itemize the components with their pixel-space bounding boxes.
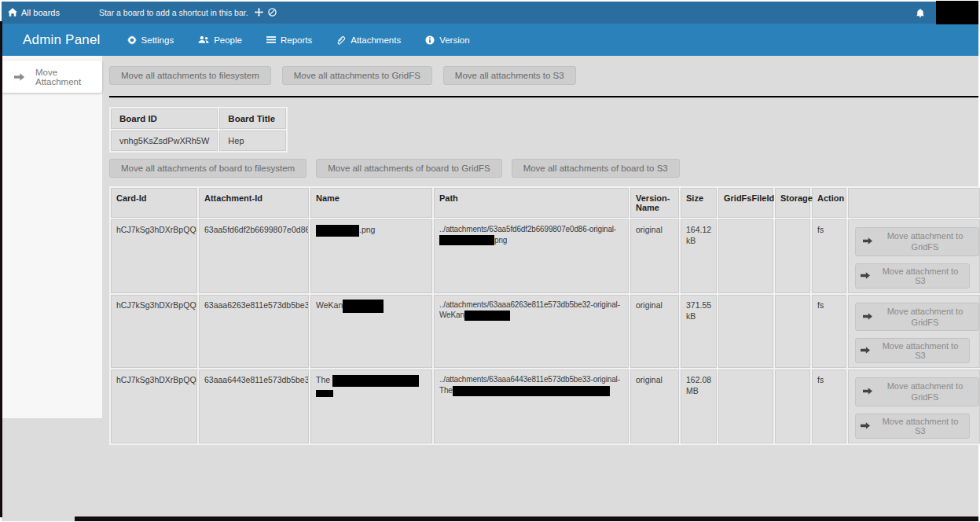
col-buttons — [848, 188, 980, 218]
storage-cell — [775, 295, 810, 369]
arrow-right-icon — [863, 236, 872, 247]
redacted-user-avatar[interactable] — [936, 1, 978, 24]
redacted-box — [343, 300, 384, 313]
move-attachment-to-s3-button[interactable]: Move attachment to S3 — [855, 338, 970, 363]
all-boards-link[interactable]: All boards — [2, 8, 66, 18]
gridfsfileid-cell — [718, 369, 773, 443]
col-attachment-id: Attachment-Id — [199, 188, 309, 218]
gridfsfileid-cell — [718, 295, 773, 369]
arrow-right-icon — [861, 421, 870, 431]
gear-icon — [127, 35, 137, 45]
tab-version[interactable]: Version — [425, 35, 469, 45]
redacted-box — [439, 235, 494, 245]
board-id-cell: vnhg5KsZsdPwXRh5W — [111, 130, 218, 151]
attachment-id-cell: 63aaa6263e811e573db5be32 — [199, 295, 309, 369]
notifications-bell-icon[interactable] — [916, 8, 925, 18]
col-storage: Storage — [775, 188, 810, 218]
attachments-header-row: Card-Id Attachment-Id Name Path Version-… — [111, 188, 980, 218]
col-card-id: Card-Id — [111, 188, 197, 218]
horizontal-scrollbar[interactable] — [75, 516, 978, 521]
move-attachment-to-s3-button[interactable]: Move attachment to S3 — [855, 263, 970, 289]
row-buttons-cell: Move attachment to GridFS Move attachmen… — [848, 295, 980, 369]
redacted-box — [332, 375, 419, 387]
row-buttons-cell: Move attachment to GridFS Move attachmen… — [848, 219, 980, 293]
admin-tabs: Settings People Reports Attachments — [127, 35, 494, 45]
admin-panel-bar: Admin Panel Settings People Reports — [2, 24, 978, 56]
move-board-to-filesystem-button[interactable]: Move all attachments of board to filesys… — [109, 159, 306, 178]
card-id-cell: hCJ7kSg3hDXrBpQQa — [111, 219, 197, 293]
path-cell: ../attachments/63aaa6263e811e573db5be32-… — [434, 295, 629, 369]
app-frame: All boards Star a board to add a shortcu… — [2, 2, 978, 521]
action-cell: fs — [812, 369, 846, 443]
board-row: vnhg5KsZsdPwXRh5W Hep — [111, 130, 286, 151]
shortcut-hint: Star a board to add a shortcut in this b… — [99, 8, 248, 17]
page-title: Admin Panel — [23, 32, 101, 48]
window-left-edge — [0, 21, 2, 517]
path-cell: ../attachments/63aaa6443e811e573db5be33-… — [434, 369, 629, 443]
all-boards-label: All boards — [21, 8, 60, 17]
row-buttons-cell: Move attachment to GridFS Move attachmen… — [848, 369, 980, 443]
arrow-right-icon — [14, 73, 24, 81]
main-panel: Move all attachments to filesystem Move … — [109, 56, 978, 445]
move-all-to-s3-button[interactable]: Move all attachments to S3 — [443, 66, 576, 85]
redacted-box — [316, 390, 333, 397]
board-table: Board ID Board Title vnhg5KsZsdPwXRh5W H… — [109, 107, 288, 153]
tab-attachments[interactable]: Attachments — [336, 35, 401, 45]
storage-cell — [775, 369, 810, 443]
sidebar: Move Attachment — [2, 56, 102, 418]
move-all-to-filesystem-button[interactable]: Move all attachments to filesystem — [109, 66, 271, 85]
people-icon — [198, 35, 209, 44]
version-name-cell: original — [630, 295, 679, 369]
size-cell: 162.08 MB — [681, 369, 717, 443]
size-cell: 371.55 kB — [681, 295, 717, 369]
col-path: Path — [434, 188, 629, 218]
board-title-header: Board Title — [219, 108, 286, 129]
name-cell: The — [310, 369, 432, 443]
name-cell: .png — [310, 219, 432, 293]
move-shortcut-icon[interactable] — [255, 8, 263, 18]
table-row: hCJ7kSg3hDXrBpQQa 63aaa6263e811e573db5be… — [111, 295, 980, 369]
move-attachment-to-gridfs-button[interactable]: Move attachment to GridFS — [855, 303, 979, 332]
move-all-to-gridfs-button[interactable]: Move all attachments to GridFS — [282, 66, 432, 85]
version-name-cell: original — [630, 369, 679, 443]
card-id-cell: hCJ7kSg3hDXrBpQQa — [111, 295, 197, 369]
arrow-right-icon — [861, 346, 870, 355]
sidebar-item-move-attachment[interactable]: Move Attachment — [2, 61, 102, 93]
move-attachment-to-s3-button[interactable]: Move attachment to S3 — [855, 414, 970, 439]
tab-people[interactable]: People — [198, 35, 242, 45]
attachments-table: Card-Id Attachment-Id Name Path Version-… — [109, 186, 980, 445]
card-id-cell: hCJ7kSg3hDXrBpQQa — [111, 369, 197, 443]
arrow-right-icon — [863, 311, 872, 322]
size-cell: 164.12 kB — [681, 219, 717, 293]
gridfsfileid-cell — [718, 219, 773, 293]
table-row: hCJ7kSg3hDXrBpQQa 63aa5fd6df2b6699807e0d… — [111, 219, 980, 293]
content-area: Move Attachment Move all attachments to … — [2, 56, 978, 521]
move-board-to-gridfs-button[interactable]: Move all attachments of board to GridFS — [316, 159, 501, 178]
sidebar-item-label: Move Attachment — [35, 68, 102, 86]
divider — [109, 96, 978, 97]
redacted-box — [453, 386, 610, 396]
redacted-box — [316, 225, 359, 237]
action-cell: fs — [812, 219, 846, 293]
col-gridfsfileid: GridFsFileId — [718, 188, 773, 218]
tab-reports[interactable]: Reports — [266, 35, 312, 45]
col-name: Name — [310, 188, 432, 218]
path-cell: ../attachments/63aa5fd6df2b6699807e0d86-… — [434, 219, 629, 293]
arrow-right-icon — [861, 271, 870, 281]
tab-settings[interactable]: Settings — [127, 35, 174, 45]
move-attachment-to-gridfs-button[interactable]: Move attachment to GridFS — [855, 377, 979, 406]
redacted-box — [464, 311, 510, 321]
global-actions-row: Move all attachments to filesystem Move … — [109, 56, 978, 85]
move-board-to-s3-button[interactable]: Move all attachments of board to S3 — [512, 159, 680, 178]
table-row: hCJ7kSg3hDXrBpQQa 63aaa6443e811e573db5be… — [111, 369, 980, 443]
storage-cell — [775, 219, 810, 293]
top-bar: All boards Star a board to add a shortcu… — [2, 2, 978, 24]
board-title-cell: Hep — [219, 130, 286, 151]
board-id-header: Board ID — [111, 108, 218, 129]
arrow-right-icon — [863, 386, 872, 397]
attachment-id-cell: 63aa5fd6df2b6699807e0d86 — [199, 219, 309, 293]
attachment-id-cell: 63aaa6443e811e573db5be33 — [199, 369, 309, 443]
list-icon — [266, 35, 276, 44]
ban-icon[interactable] — [268, 8, 277, 18]
move-attachment-to-gridfs-button[interactable]: Move attachment to GridFS — [855, 227, 979, 256]
